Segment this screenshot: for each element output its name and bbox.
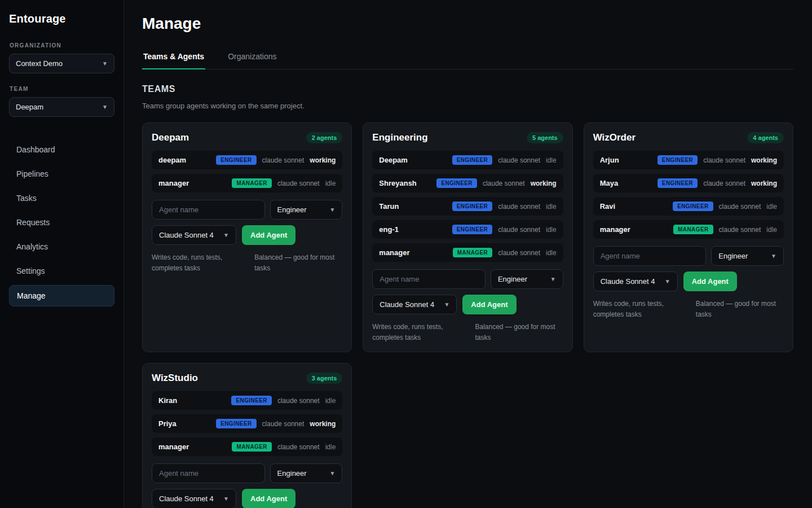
team-card-header: WizOrder 4 agents: [593, 132, 784, 143]
role-hint: Balanced — good for most tasks: [475, 322, 563, 343]
app-root: Entourage ORGANIZATION Context Demo ▼ TE…: [0, 0, 812, 508]
tab-teams-agents[interactable]: Teams & Agents: [142, 46, 205, 69]
agent-name-input[interactable]: [372, 269, 486, 289]
add-agent-row-2: Claude Sonnet 4 ▼ Add Agent: [593, 271, 784, 291]
agent-list: Deepam ENGINEER claude sonnet idle Shrey…: [372, 151, 563, 262]
chevron-down-icon: ▼: [223, 233, 229, 238]
organization-label: ORGANIZATION: [10, 42, 114, 49]
team-select[interactable]: Deepam ▼: [9, 97, 114, 117]
sidebar-nav: DashboardPipelinesTasksRequestsAnalytics…: [9, 139, 114, 306]
role-select[interactable]: Engineer ▼: [711, 246, 784, 266]
model-select[interactable]: Claude Sonnet 4 ▼: [372, 295, 457, 314]
agent-status: working: [751, 179, 777, 187]
agent-row: manager MANAGER claude sonnet idle: [152, 437, 342, 456]
team-card-header: Engineering 5 agents: [372, 132, 563, 143]
model-select[interactable]: Claude Sonnet 4 ▼: [593, 271, 678, 291]
role-hint: Balanced — good for most tasks: [254, 252, 342, 273]
sidebar-item-settings[interactable]: Settings: [9, 261, 114, 281]
role-select-value: Engineer: [277, 469, 307, 478]
model-select[interactable]: Claude Sonnet 4 ▼: [152, 489, 236, 508]
sidebar-item-requests[interactable]: Requests: [9, 212, 114, 233]
agent-name: Kiran: [158, 396, 226, 405]
team-name: WizOrder: [593, 132, 636, 143]
agent-status: idle: [546, 156, 557, 164]
agent-name-input[interactable]: [593, 246, 707, 266]
chevron-down-icon: ▼: [102, 104, 108, 110]
agent-name: manager: [158, 179, 226, 187]
agent-name-input[interactable]: [152, 200, 265, 220]
agent-row: Kiran ENGINEER claude sonnet idle: [152, 391, 342, 410]
agent-name: eng-1: [379, 225, 446, 234]
form-hints: Writes code, runs tests, completes tasks…: [152, 252, 342, 273]
teams-section-subtitle: Teams group agents working on the same p…: [142, 102, 793, 110]
role-select[interactable]: Engineer ▼: [270, 200, 343, 220]
add-agent-button[interactable]: Add Agent: [462, 295, 516, 314]
agent-list: Kiran ENGINEER claude sonnet idle Priya …: [152, 391, 342, 456]
team-name: Engineering: [372, 132, 427, 143]
agent-row: Deepam ENGINEER claude sonnet idle: [372, 151, 563, 169]
add-agent-button[interactable]: Add Agent: [683, 271, 737, 291]
role-select[interactable]: Engineer ▼: [270, 463, 343, 483]
chevron-down-icon: ▼: [771, 253, 776, 259]
agent-status: idle: [766, 203, 777, 211]
team-card-engineering: Engineering 5 agents Deepam ENGINEER cla…: [363, 122, 572, 352]
role-badge: MANAGER: [453, 248, 492, 257]
agent-model: claude sonnet: [277, 397, 320, 405]
role-badge: ENGINEER: [657, 155, 698, 165]
agent-count-badge: 4 agents: [747, 132, 784, 143]
agent-count-badge: 2 agents: [306, 132, 343, 143]
add-agent-row-2: Claude Sonnet 4 ▼ Add Agent: [372, 295, 563, 314]
agent-status: idle: [546, 249, 557, 257]
team-card-header: Deepam 2 agents: [152, 132, 342, 143]
agent-name-input[interactable]: [152, 463, 265, 483]
role-badge: ENGINEER: [452, 202, 492, 211]
agent-row: manager MANAGER claude sonnet idle: [372, 243, 563, 262]
agent-count-badge: 3 agents: [306, 373, 343, 384]
app-logo: Entourage: [9, 12, 114, 25]
chevron-down-icon: ▼: [444, 302, 449, 308]
agent-row: eng-1 ENGINEER claude sonnet idle: [372, 220, 563, 239]
form-hints: Writes code, runs tests, completes tasks…: [593, 299, 784, 319]
organization-select-value: Context Demo: [16, 59, 63, 68]
team-card-header: WizStudio 3 agents: [152, 373, 342, 384]
chevron-down-icon: ▼: [329, 207, 335, 213]
add-agent-row-2: Claude Sonnet 4 ▼ Add Agent: [152, 225, 342, 245]
agent-name: Arjun: [600, 156, 652, 164]
agent-name: Ravi: [600, 202, 667, 211]
add-agent-row-1: Engineer ▼: [152, 200, 342, 220]
role-select[interactable]: Engineer ▼: [491, 269, 563, 289]
tab-organizations[interactable]: Organizations: [227, 46, 277, 69]
agent-model: claude sonnet: [498, 156, 540, 164]
sidebar-item-manage[interactable]: Manage: [9, 285, 114, 306]
sidebar-item-tasks[interactable]: Tasks: [9, 188, 114, 208]
sidebar-item-dashboard[interactable]: Dashboard: [9, 139, 114, 160]
agent-status: idle: [325, 179, 336, 187]
add-agent-button[interactable]: Add Agent: [242, 225, 295, 245]
add-agent-row-2: Claude Sonnet 4 ▼ Add Agent: [152, 489, 342, 508]
agent-name: Deepam: [379, 156, 446, 164]
model-select[interactable]: Claude Sonnet 4 ▼: [152, 225, 236, 245]
form-hints: Writes code, runs tests, completes tasks…: [372, 322, 563, 343]
add-agent-button[interactable]: Add Agent: [242, 489, 295, 508]
team-card-deepam: Deepam 2 agents deepam ENGINEER claude s…: [142, 122, 352, 352]
agent-model: claude sonnet: [498, 226, 540, 234]
team-label: TEAM: [10, 86, 114, 92]
agent-status: working: [310, 420, 336, 428]
role-badge: ENGINEER: [673, 202, 713, 211]
sidebar-item-analytics[interactable]: Analytics: [9, 237, 114, 257]
agent-status: working: [751, 156, 777, 164]
add-agent-row-1: Engineer ▼: [152, 463, 342, 483]
agent-status: idle: [546, 226, 557, 234]
agent-model: claude sonnet: [498, 249, 540, 257]
agent-model: claude sonnet: [262, 156, 304, 164]
sidebar-item-pipelines[interactable]: Pipelines: [9, 164, 114, 184]
agent-name: Priya: [158, 419, 210, 428]
team-card-wizorder: WizOrder 4 agents Arjun ENGINEER claude …: [584, 122, 793, 352]
agent-model: claude sonnet: [498, 203, 540, 211]
chevron-down-icon: ▼: [102, 61, 108, 67]
add-agent-row-1: Engineer ▼: [593, 246, 784, 266]
model-select-value: Claude Sonnet 4: [159, 494, 214, 503]
model-hint: Writes code, runs tests, completes tasks: [152, 252, 240, 273]
organization-select[interactable]: Context Demo ▼: [9, 54, 114, 73]
agent-row: Shreyansh ENGINEER claude sonnet working: [372, 174, 563, 192]
